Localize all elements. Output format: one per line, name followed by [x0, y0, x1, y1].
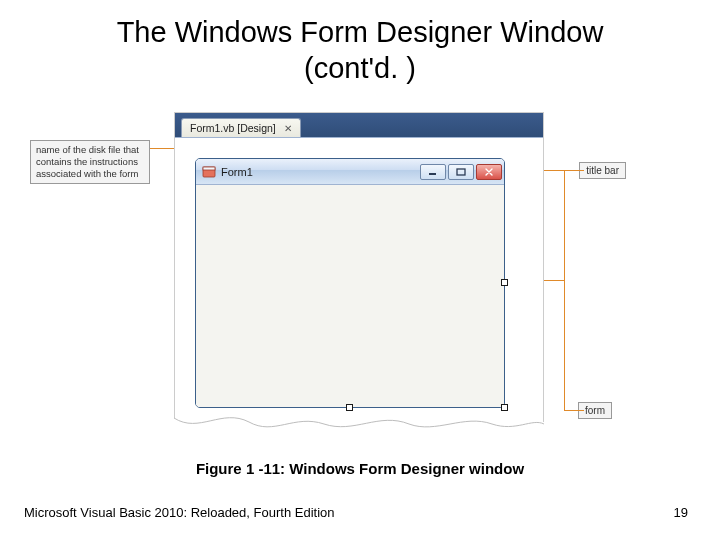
title-line-1: The Windows Form Designer Window: [117, 16, 604, 48]
resize-handle[interactable]: [501, 404, 508, 411]
close-button[interactable]: [476, 164, 502, 180]
svg-rect-3: [457, 169, 465, 175]
figure: name of the disk file that contains the …: [24, 112, 696, 432]
document-tab-label: Form1.vb [Design]: [190, 122, 276, 134]
callout-title-bar: title bar: [579, 162, 626, 179]
document-tab-strip: Form1.vb [Design] ✕: [175, 113, 543, 137]
figure-caption: Figure 1 -11: Windows Form Designer wind…: [0, 460, 720, 477]
close-icon[interactable]: ✕: [282, 123, 294, 134]
callout-file-description: name of the disk file that contains the …: [30, 140, 150, 184]
svg-rect-1: [203, 167, 215, 170]
resize-handle[interactable]: [501, 279, 508, 286]
maximize-button[interactable]: [448, 164, 474, 180]
resize-handle[interactable]: [346, 404, 353, 411]
form-icon: [202, 165, 216, 179]
slide-title: The Windows Form Designer Window (cont'd…: [0, 0, 720, 87]
minimize-button[interactable]: [420, 164, 446, 180]
designer-panel: Form1.vb [Design] ✕ Form1: [174, 112, 544, 422]
leader-line: [564, 171, 565, 410]
slide: The Windows Form Designer Window (cont'd…: [0, 0, 720, 540]
windows-form[interactable]: Form1: [195, 158, 505, 408]
page-number: 19: [674, 505, 688, 520]
svg-rect-2: [429, 173, 436, 175]
footer-book-title: Microsoft Visual Basic 2010: Reloaded, F…: [24, 505, 334, 520]
designer-surface[interactable]: Form1: [175, 137, 543, 422]
form-title-bar[interactable]: Form1: [196, 159, 504, 185]
form-title-text: Form1: [221, 166, 415, 178]
window-buttons: [420, 164, 502, 180]
title-line-2: (cont'd. ): [304, 52, 416, 84]
form-client-area[interactable]: [196, 185, 504, 407]
document-tab[interactable]: Form1.vb [Design] ✕: [181, 118, 301, 137]
leader-line: [564, 410, 584, 411]
